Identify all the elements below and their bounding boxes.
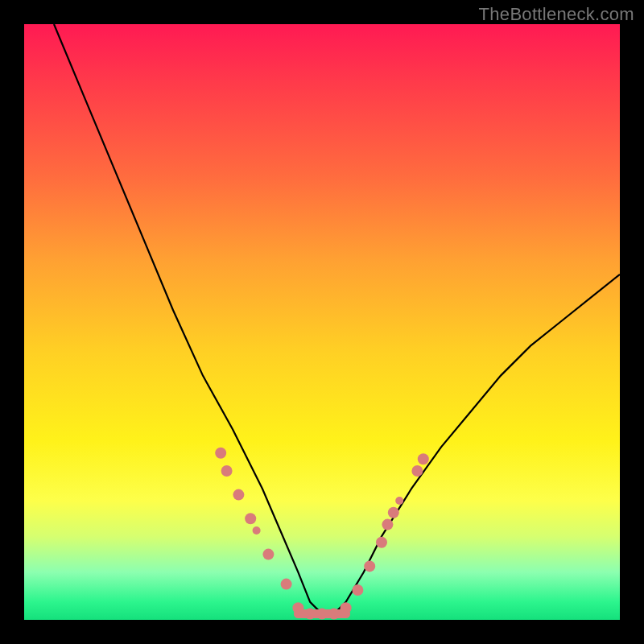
data-marker xyxy=(418,453,429,464)
data-marker xyxy=(352,584,363,596)
data-marker xyxy=(376,537,387,548)
watermark-text: TheBottleneck.com xyxy=(479,4,634,25)
data-marker xyxy=(281,579,292,590)
data-marker xyxy=(388,507,399,518)
data-marker xyxy=(395,497,403,505)
plot-area xyxy=(24,24,620,620)
data-marker xyxy=(253,526,261,535)
data-marker xyxy=(233,489,244,501)
data-marker xyxy=(382,519,393,530)
data-marker xyxy=(245,513,256,524)
data-marker xyxy=(215,448,226,459)
curve-svg xyxy=(24,24,620,620)
data-marker xyxy=(411,465,423,477)
data-marker xyxy=(221,465,233,477)
chart-frame: TheBottleneck.com xyxy=(0,0,644,644)
bottleneck-curve xyxy=(54,24,620,614)
data-marker xyxy=(262,549,274,560)
data-marker xyxy=(364,560,375,572)
data-markers xyxy=(215,448,429,620)
